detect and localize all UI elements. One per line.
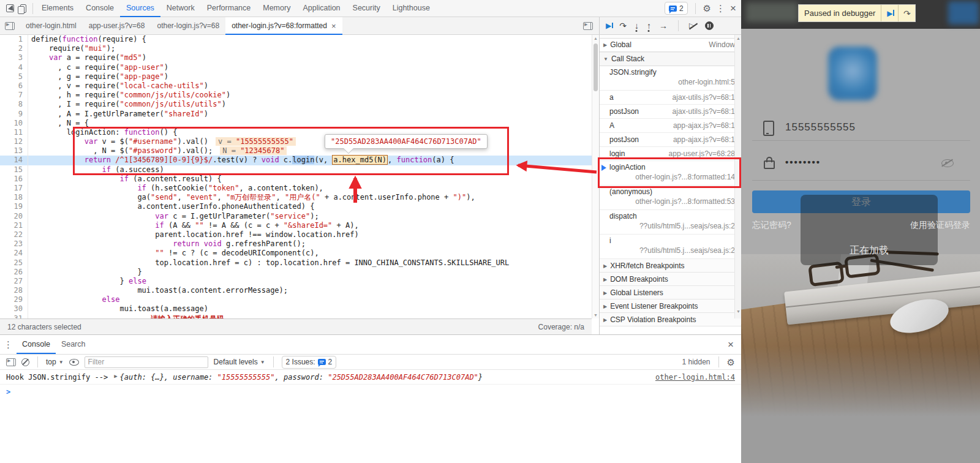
frame-location[interactable]: other-login.js?...8:formatted:14 <box>609 173 735 181</box>
console-issues-button[interactable]: 2 Issues: 2 <box>282 356 337 369</box>
settings-gear-icon[interactable]: ⚙ <box>703 4 711 13</box>
code-line: 15 if (a.success) <box>0 165 592 175</box>
collapse-icon: ▶ <box>603 304 607 309</box>
context-selector[interactable]: top▼ <box>46 358 64 366</box>
log-levels-selector[interactable]: Default levels▼ <box>214 358 265 366</box>
file-tab[interactable]: other-login.js?v=68:formatted× <box>225 17 342 35</box>
frame-location[interactable]: app-user.js?v=68:28 <box>669 149 735 158</box>
file-tab[interactable]: other-login.html <box>20 17 83 35</box>
more-options-icon[interactable]: ⋮ <box>716 4 725 13</box>
sidebar-section-global-listeners[interactable]: ▶Global Listeners <box>600 286 741 299</box>
scroll-up-icon[interactable]: ▲ <box>735 36 741 40</box>
clear-console-icon[interactable] <box>21 358 29 366</box>
close-drawer-icon[interactable]: × <box>728 339 741 350</box>
banner-resume-button[interactable]: ▶ <box>881 5 898 21</box>
console-prompt[interactable]: > <box>0 385 741 399</box>
tab-elements[interactable]: Elements <box>36 0 80 17</box>
tab-memory[interactable]: Memory <box>257 0 296 17</box>
drawer-tab-search[interactable]: Search <box>56 335 91 354</box>
line-number: 13 <box>0 146 28 156</box>
call-stack-frame[interactable]: i??utils/html5.j...seajs/sea.js:2 <box>600 235 741 259</box>
source-code-editor[interactable]: 1define(function(require) {2 require("mu… <box>0 35 592 318</box>
frame-location[interactable]: app-ajax.js?v=68:1 <box>673 135 735 144</box>
message-source-link[interactable]: other-login.html:4 <box>655 373 735 382</box>
scope-global-row[interactable]: ▶Global Window <box>600 39 741 52</box>
code-text: return /^1[3456789][0-9]{9}$/.test(v) ? … <box>28 156 454 165</box>
step-icon[interactable]: → <box>659 21 668 30</box>
editor-panel-icon[interactable] <box>583 22 593 30</box>
tab-application[interactable]: Application <box>296 0 346 17</box>
banner-step-over-button[interactable]: ↷ <box>898 5 915 21</box>
tab-sources[interactable]: Sources <box>120 0 160 17</box>
close-devtools-icon[interactable]: × <box>730 3 736 13</box>
frame-location[interactable]: other-login.html:5 <box>609 78 735 86</box>
code-line: 16 if (a.content.result) { <box>0 175 592 184</box>
sidebar-scrollbar[interactable]: ▲ ▼ <box>734 35 741 318</box>
console-sidebar-icon[interactable] <box>6 358 16 366</box>
call-stack-frame[interactable]: aajax-utils.js?v=68:1 <box>600 91 741 105</box>
live-expression-icon[interactable] <box>69 359 79 366</box>
drawer-menu-icon[interactable]: ⋮ <box>4 340 13 349</box>
code-line: 23 return void g.refreshParent(); <box>0 239 592 249</box>
forgot-password-link[interactable]: 忘记密码? <box>752 220 791 231</box>
step-out-icon[interactable]: ↑ <box>647 21 651 30</box>
selection-status: 12 characters selected <box>7 323 81 331</box>
tab-security[interactable]: Security <box>347 0 386 17</box>
frame-location[interactable]: ??utils/html5.j...seajs/sea.js:2 <box>609 222 735 230</box>
close-tab-icon[interactable]: × <box>331 21 336 31</box>
expand-object-icon[interactable]: ▶ <box>114 373 117 379</box>
sidebar-section-csp-violation-breakpoints[interactable]: ▶CSP Violation Breakpoints <box>600 313 741 326</box>
inspect-element-icon[interactable] <box>6 4 14 12</box>
deactivate-breakpoints-icon[interactable] <box>689 23 697 29</box>
password-field[interactable]: •••••••• <box>785 157 821 167</box>
call-stack-frame[interactable]: dispatch??utils/html5.j...seajs/sea.js:2 <box>600 210 741 235</box>
file-tab[interactable]: app-user.js?v=68 <box>83 17 151 35</box>
resume-script-icon[interactable]: ▶ <box>606 22 611 29</box>
pause-on-exceptions-icon[interactable] <box>705 21 714 30</box>
issues-button[interactable]: 2 <box>665 2 688 15</box>
tab-lighthouse[interactable]: Lighthouse <box>386 0 436 17</box>
frame-location[interactable]: app-ajax.js?v=68:1 <box>673 121 735 130</box>
call-stack-frame[interactable]: loginActionother-login.js?...8:formatted… <box>600 161 741 186</box>
frame-location[interactable]: ajax-utils.js?v=68:1 <box>673 93 735 102</box>
call-stack-frame[interactable]: postJsonajax-utils.js?v=68:1 <box>600 105 741 119</box>
console-object-preview[interactable]: {auth: {…}, username: "15555555555", pas… <box>120 373 483 382</box>
scroll-up-icon[interactable]: ▲ <box>592 36 599 40</box>
device-toolbar-icon[interactable] <box>20 4 26 13</box>
call-stack-frame[interactable]: JSON.stringifyother-login.html:5 <box>600 66 741 91</box>
call-stack-frame[interactable]: loginapp-user.js?v=68:28 <box>600 147 741 161</box>
tab-network[interactable]: Network <box>160 0 201 17</box>
call-stack-frame[interactable]: Aapp-ajax.js?v=68:1 <box>600 119 741 133</box>
code-text: , N = { <box>28 119 89 128</box>
frame-location[interactable]: other-login.js?...8:formatted:53 <box>609 197 735 206</box>
frame-location[interactable]: ajax-utils.js?v=68:1 <box>673 107 735 116</box>
console-message: Hook JSON.stringify --> ▶ {auth: {…}, us… <box>0 370 741 385</box>
divider <box>695 3 696 14</box>
code-line: 2 require("mui"); <box>0 44 592 53</box>
sidebar-section-xhr-fetch-breakpoints[interactable]: ▶XHR/fetch Breakpoints <box>600 259 741 273</box>
drawer-tab-console[interactable]: Console <box>17 335 56 354</box>
scroll-down-icon[interactable]: ▼ <box>592 313 599 317</box>
line-number: 14 <box>0 156 28 165</box>
frame-location[interactable]: ??utils/html5.j...seajs/sea.js:2 <box>609 246 735 255</box>
tab-console[interactable]: Console <box>80 0 120 17</box>
toggle-password-visibility-icon[interactable] <box>941 159 954 167</box>
call-stack-frame[interactable]: postJsonapp-ajax.js?v=68:1 <box>600 133 741 147</box>
tab-performance[interactable]: Performance <box>201 0 257 17</box>
scrollbar-thumb[interactable] <box>594 43 598 91</box>
file-tab[interactable]: other-login.js?v=68 <box>151 17 225 35</box>
sidebar-section-event-listener-breakpoints[interactable]: ▶Event Listener Breakpoints <box>600 299 741 313</box>
editor-scrollbar[interactable]: ▲ ▼ <box>592 35 599 318</box>
call-stack-header[interactable]: ▼Call Stack <box>600 52 741 66</box>
step-into-icon[interactable]: ↓ <box>635 21 639 30</box>
sidebar-section-dom-breakpoints[interactable]: ▶DOM Breakpoints <box>600 273 741 286</box>
scroll-down-icon[interactable]: ▼ <box>735 309 741 314</box>
console-settings-icon[interactable]: ⚙ <box>727 358 735 367</box>
sms-login-link[interactable]: 使用验证码登录 <box>910 220 970 231</box>
background-photo <box>741 254 980 463</box>
step-over-icon[interactable]: ↷ <box>619 21 627 30</box>
call-stack-frame[interactable]: (anonymous)other-login.js?...8:formatted… <box>600 186 741 210</box>
show-navigator-icon[interactable] <box>5 22 15 30</box>
username-field[interactable]: 15555555555 <box>785 121 856 134</box>
console-filter-input[interactable] <box>85 356 208 368</box>
